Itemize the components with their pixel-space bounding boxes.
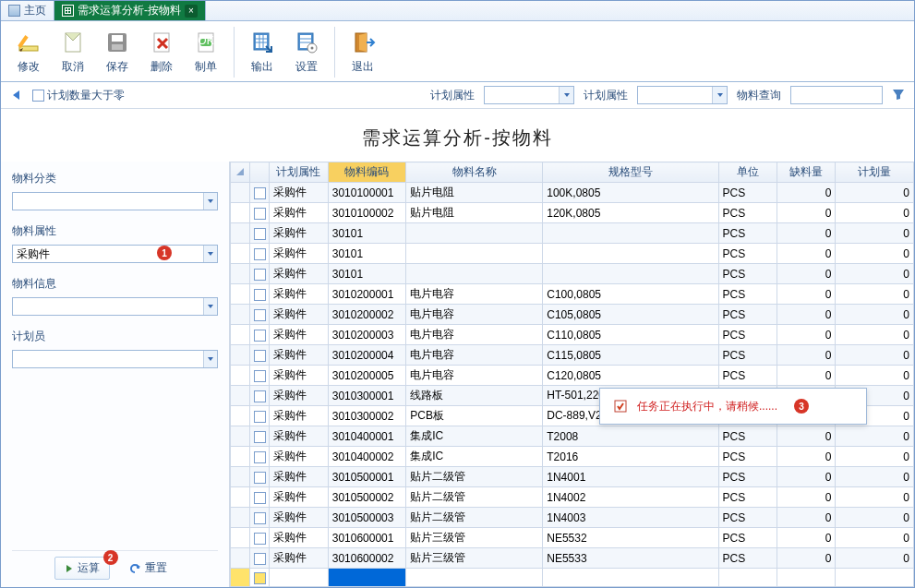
row-checkbox[interactable]: [250, 244, 270, 264]
plan-qty-checkbox[interactable]: 计划数量大于零: [32, 88, 125, 103]
row-checkbox[interactable]: [250, 183, 270, 203]
row-checkbox[interactable]: [250, 426, 270, 447]
col-spec[interactable]: 规格型号: [543, 162, 718, 183]
row-header[interactable]: [231, 223, 250, 244]
modify-button[interactable]: 修改: [6, 25, 51, 79]
row-header[interactable]: [231, 284, 250, 305]
table-row[interactable]: 采购件3010200004电片电容C115,0805PCS00: [231, 345, 914, 366]
corner-cell[interactable]: [231, 162, 250, 183]
row-checkbox[interactable]: [250, 325, 270, 345]
row-header[interactable]: [231, 345, 250, 366]
material-query-input[interactable]: [790, 86, 883, 104]
row-header[interactable]: [231, 508, 250, 528]
chevron-down-icon[interactable]: [203, 193, 217, 210]
row-checkbox[interactable]: [250, 203, 270, 223]
table-row[interactable]: 采购件30101PCS00: [231, 223, 914, 244]
row-checkbox[interactable]: [250, 467, 270, 487]
row-checkbox[interactable]: [250, 487, 270, 508]
row-header[interactable]: [231, 366, 250, 386]
chevron-down-icon[interactable]: [203, 298, 217, 315]
chevron-down-icon[interactable]: [203, 351, 217, 367]
row-header[interactable]: [231, 447, 250, 467]
row-header[interactable]: [231, 386, 250, 406]
cancel-button[interactable]: 取消: [51, 25, 95, 79]
planner-input[interactable]: [13, 351, 203, 367]
chevron-down-icon[interactable]: [712, 87, 727, 103]
reset-button[interactable]: 重置: [119, 558, 176, 579]
material-attr-input[interactable]: [13, 246, 203, 262]
col-shortage[interactable]: 缺料量: [777, 162, 835, 183]
save-button[interactable]: 保存: [95, 25, 139, 79]
table-row[interactable]: 采购件3010200003电片电容C110,0805PCS00: [231, 325, 914, 345]
plan-attr-input[interactable]: [485, 87, 559, 103]
material-info-combo[interactable]: [12, 297, 218, 316]
row-checkbox[interactable]: [250, 366, 270, 386]
row-header[interactable]: [231, 426, 250, 447]
material-info-input[interactable]: [13, 298, 203, 315]
row-header[interactable]: [231, 183, 250, 203]
material-category-combo[interactable]: [12, 192, 218, 210]
row-header[interactable]: [231, 244, 250, 264]
table-row[interactable]: 采购件3010200002电片电容C105,0805PCS00: [231, 305, 914, 325]
row-header[interactable]: [231, 325, 250, 345]
col-plan-qty[interactable]: 计划量: [836, 162, 914, 183]
row-header[interactable]: [231, 406, 250, 426]
table-row[interactable]: 采购件3010600002贴片三级管NE5533PCS00: [231, 548, 914, 569]
row-header[interactable]: [231, 264, 250, 284]
export-button[interactable]: 输出: [240, 25, 284, 79]
table-row[interactable]: 采购件3010400002集成ICT2016PCS00: [231, 447, 914, 467]
row-checkbox[interactable]: [250, 305, 270, 325]
table-row[interactable]: 采购件3010100001贴片电阻100K,0805PCS00: [231, 183, 914, 203]
filter-icon[interactable]: [892, 88, 907, 102]
active-row[interactable]: [231, 569, 914, 587]
row-checkbox[interactable]: [250, 223, 270, 244]
row-checkbox[interactable]: [250, 528, 270, 548]
col-code[interactable]: 物料编码: [328, 162, 406, 183]
row-checkbox[interactable]: [250, 406, 270, 426]
col-plan-attr[interactable]: 计划属性: [270, 162, 328, 183]
close-icon[interactable]: ×: [185, 5, 198, 18]
make-button[interactable]: OK 制单: [184, 25, 228, 79]
row-checkbox[interactable]: [250, 345, 270, 366]
table-row[interactable]: 采购件3010200005电片电容C120,0805PCS00: [231, 366, 914, 386]
table-row[interactable]: 采购件3010500002贴片二级管1N4002PCS00: [231, 487, 914, 508]
compute-button[interactable]: 运算 2: [54, 557, 110, 580]
row-checkbox[interactable]: [250, 264, 270, 284]
chevron-down-icon[interactable]: [203, 246, 217, 262]
material-attr-combo[interactable]: [12, 245, 218, 263]
material-category-input[interactable]: [13, 193, 203, 210]
table-row[interactable]: 采购件3010200001电片电容C100,0805PCS00: [231, 284, 914, 305]
col-checkbox[interactable]: [250, 162, 270, 183]
col-unit[interactable]: 单位: [718, 162, 777, 183]
row-header[interactable]: [231, 487, 250, 508]
row-checkbox[interactable]: [250, 447, 270, 467]
tab-home[interactable]: 主页: [1, 1, 54, 20]
table-row[interactable]: 采购件3010100002贴片电阻120K,0805PCS00: [231, 203, 914, 223]
settings-button[interactable]: 设置: [284, 25, 329, 79]
table-row[interactable]: 采购件3010500001贴片二级管1N4001PCS00: [231, 467, 914, 487]
exit-button[interactable]: 退出: [341, 25, 385, 79]
row-header[interactable]: [231, 548, 250, 569]
row-checkbox[interactable]: [250, 508, 270, 528]
delete-button[interactable]: 删除: [139, 25, 184, 79]
table-row[interactable]: 采购件3010400001集成ICT2008PCS00: [231, 426, 914, 447]
plan-attr2-combo[interactable]: [637, 86, 728, 104]
plan-attr-combo[interactable]: [484, 86, 574, 104]
row-header[interactable]: [231, 203, 250, 223]
nav-first-icon[interactable]: [8, 88, 23, 102]
col-name[interactable]: 物料名称: [406, 162, 543, 183]
planner-combo[interactable]: [12, 350, 218, 368]
row-checkbox[interactable]: [250, 548, 270, 569]
table-row[interactable]: 采购件3010600001贴片三级管NE5532PCS00: [231, 528, 914, 548]
row-header[interactable]: [231, 528, 250, 548]
row-checkbox[interactable]: [250, 386, 270, 406]
row-header[interactable]: [231, 467, 250, 487]
table-row[interactable]: 采购件3010500003贴片二级管1N4003PCS00: [231, 508, 914, 528]
table-row[interactable]: 采购件30101PCS00: [231, 264, 914, 284]
table-row[interactable]: 采购件30101PCS00: [231, 244, 914, 264]
row-header[interactable]: [231, 305, 250, 325]
tab-current[interactable]: 需求运算分析-按物料 ×: [54, 1, 206, 20]
row-checkbox[interactable]: [250, 284, 270, 305]
plan-attr2-input[interactable]: [638, 87, 712, 103]
chevron-down-icon[interactable]: [559, 87, 573, 103]
